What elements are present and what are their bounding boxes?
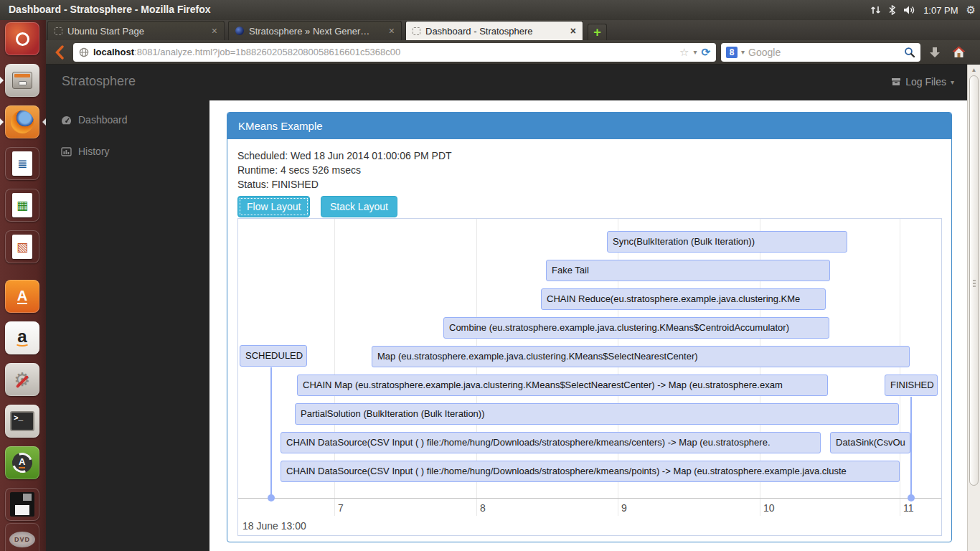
scrollbar-up-arrow-icon[interactable]: ▲: [968, 65, 980, 75]
axis-tick-label: 11: [903, 502, 914, 514]
scheduled-line: Scheduled: Wed 18 Jun 2014 01:00:06 PM P…: [237, 149, 941, 163]
job-panel: KMeans Example Scheduled: Wed 18 Jun 201…: [227, 112, 952, 542]
window-title: Dashboard - Stratosphere - Mozilla Firef…: [9, 4, 211, 15]
tab-close-icon[interactable]: ×: [389, 26, 395, 36]
sidebar-item-label: Dashboard: [78, 114, 128, 126]
timeline-marker-line: [910, 397, 912, 498]
launcher-libreoffice-impress-icon[interactable]: ▧: [5, 230, 39, 263]
unity-launcher: ≣▦▧Aa⚙>_ADVD: [0, 20, 46, 551]
back-button[interactable]: [51, 43, 68, 62]
session-gear-icon[interactable]: ⚙: [966, 4, 976, 17]
timeline-item[interactable]: PartialSolution (BulkIteration (Bulk Ite…: [295, 403, 899, 425]
ubuntu-menubar: Dashboard - Stratosphere - Mozilla Firef…: [0, 0, 980, 20]
app-sidebar: Dashboard History: [46, 100, 209, 551]
search-box[interactable]: 8 ▾: [721, 43, 920, 62]
chart-axis-line: [238, 498, 942, 499]
axis-major-label: 18 June 13:00: [242, 520, 306, 532]
google-favicon: 8: [726, 47, 738, 58]
app-brand[interactable]: Stratosphere: [62, 74, 136, 89]
sidebar-item-dashboard[interactable]: Dashboard: [46, 109, 209, 131]
launcher-libreoffice-calc-icon[interactable]: ▦: [5, 189, 39, 222]
launcher-files-icon[interactable]: [5, 64, 39, 97]
flow-layout-button[interactable]: Flow Layout: [237, 196, 310, 217]
new-tab-button[interactable]: +: [588, 24, 607, 40]
stack-layout-button[interactable]: Stack Layout: [321, 196, 397, 217]
log-files-caret-icon: ▾: [951, 78, 954, 86]
running-indicator-arrow-icon: [0, 77, 4, 84]
log-files-label: Log Files: [905, 76, 946, 88]
tab-stratosphere-site[interactable]: Stratosphere » Next Gener… ×: [228, 21, 402, 40]
app-main: KMeans Example Scheduled: Wed 18 Jun 201…: [209, 100, 967, 551]
launcher-dvd-icon[interactable]: DVD: [5, 523, 39, 551]
clock[interactable]: 1:07 PM: [923, 5, 958, 16]
url-bar[interactable]: localhost :8081/analyze.html?job=1b88260…: [73, 43, 716, 62]
bluetooth-icon[interactable]: [889, 5, 895, 15]
network-arrows-icon[interactable]: [870, 5, 881, 15]
axis-tick-label: 9: [621, 502, 627, 514]
axis-tick-label: 7: [338, 502, 344, 514]
launcher-libreoffice-writer-icon[interactable]: ≣: [5, 147, 39, 180]
dashboard-gauge-icon: [61, 116, 72, 125]
launcher-amazon-icon[interactable]: a: [5, 321, 39, 354]
reload-icon[interactable]: ⟳: [701, 46, 710, 59]
timeline-item[interactable]: Sync(BulkIteration (Bulk Iteration)): [607, 231, 847, 253]
tab-close-icon[interactable]: ×: [212, 26, 217, 36]
archive-box-icon: [891, 77, 901, 86]
tab-close-icon[interactable]: ×: [570, 26, 576, 36]
scrollbar-thumb[interactable]: [969, 75, 979, 486]
timeline-item[interactable]: CHAIN Reduce(eu.stratosphere.example.jav…: [541, 288, 826, 310]
volume-icon[interactable]: [903, 5, 915, 15]
chart-gridline: [900, 219, 900, 516]
panel-title: KMeans Example: [227, 113, 951, 139]
url-path: :8081/analyze.html?job=1b882602058208005…: [134, 47, 675, 57]
sidebar-item-history[interactable]: History: [46, 141, 209, 162]
globe-icon: [79, 47, 89, 57]
firefox-navbar: localhost :8081/analyze.html?job=1b88260…: [46, 40, 980, 65]
timeline-item[interactable]: Map (eu.stratosphere.example.java.cluste…: [372, 346, 910, 367]
history-chart-icon: [61, 147, 72, 156]
page-scrollbar[interactable]: ▲: [967, 65, 980, 551]
runtime-line: Runtime: 4 secs 526 msecs: [237, 163, 941, 177]
timeline-item[interactable]: CHAIN DataSource(CSV Input ( ) file:/hom…: [281, 461, 900, 482]
axis-tick-label: 10: [763, 502, 775, 514]
launcher-terminal-icon[interactable]: >_: [5, 405, 39, 438]
home-icon[interactable]: [949, 43, 968, 62]
bookmark-star-icon[interactable]: ☆: [679, 46, 689, 59]
log-files-dropdown[interactable]: Log Files ▾: [891, 76, 954, 88]
timeline-marker-line: [270, 367, 272, 498]
tab-ubuntu-start-page[interactable]: Ubuntu Start Page ×: [47, 21, 225, 40]
timeline-item[interactable]: Combine (eu.stratosphere.example.java.cl…: [443, 317, 829, 339]
launcher-software-center-icon[interactable]: A: [5, 280, 39, 313]
timeline-marker-dot[interactable]: [268, 494, 275, 501]
launcher-system-settings-icon[interactable]: ⚙: [5, 363, 39, 396]
blank-favicon: [55, 27, 62, 35]
launcher-floppy-icon[interactable]: [5, 488, 39, 521]
firefox-tabbar: Ubuntu Start Page × Stratosphere » Next …: [46, 20, 980, 40]
timeline-chart: 18 June 13:00 7891011Sync(BulkIteration …: [237, 218, 942, 536]
url-dropdown-caret-icon[interactable]: ▾: [693, 48, 697, 56]
launcher-software-updater-icon[interactable]: A: [5, 446, 39, 479]
downloads-icon[interactable]: [925, 43, 944, 62]
timeline-item[interactable]: Fake Tail: [546, 260, 830, 281]
timeline-item[interactable]: DataSink(CsvOu: [830, 432, 910, 453]
search-magnifier-icon[interactable]: [904, 47, 915, 58]
launcher-firefox-icon[interactable]: [5, 105, 39, 138]
tab-dashboard-stratosphere[interactable]: Dashboard - Stratosphere ×: [405, 21, 583, 40]
search-input[interactable]: [748, 47, 900, 58]
url-host: localhost: [93, 47, 134, 57]
timeline-item[interactable]: CHAIN Map (eu.stratosphere.example.java.…: [297, 375, 828, 396]
status-line: Status: FINISHED: [237, 177, 941, 192]
launcher-ubuntu-dash-icon[interactable]: [5, 22, 39, 55]
running-indicator-arrow-icon: [0, 118, 4, 126]
focused-indicator-arrow-icon: [42, 118, 46, 126]
timeline-item[interactable]: FINISHED: [885, 375, 938, 396]
search-engine-caret-icon[interactable]: ▾: [741, 48, 745, 56]
screen: Dashboard - Stratosphere - Mozilla Firef…: [0, 0, 980, 551]
timeline-marker-dot[interactable]: [908, 494, 915, 501]
timeline-item[interactable]: SCHEDULED: [240, 345, 307, 367]
axis-tick-label: 8: [480, 502, 486, 514]
sidebar-item-label: History: [78, 146, 110, 157]
timeline-item[interactable]: CHAIN DataSource(CSV Input ( ) file:/hom…: [281, 432, 821, 453]
stratosphere-favicon: [235, 27, 244, 35]
blank-favicon: [413, 27, 420, 35]
